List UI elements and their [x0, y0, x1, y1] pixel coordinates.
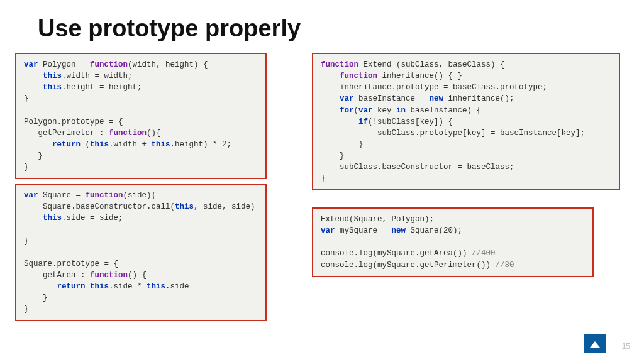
code-polygon: var Polygon = function(width, height) { … [24, 59, 258, 173]
svg-marker-0 [590, 341, 600, 348]
code-box-polygon: var Polygon = function(width, height) { … [15, 53, 267, 179]
slide-title: Use prototype properly [38, 15, 301, 42]
code-box-extend: function Extend (subClass, baseClass) { … [312, 53, 620, 190]
page-number: 15 [622, 342, 630, 351]
logo-icon [584, 334, 606, 353]
code-box-usage: Extend(Square, Polygon); var mySquare = … [312, 207, 594, 277]
code-square: var Square = function(side){ Square.base… [24, 190, 258, 315]
code-usage: Extend(Square, Polygon); var mySquare = … [321, 214, 585, 271]
slide: Use prototype properly var Polygon = fun… [0, 0, 644, 362]
code-extend: function Extend (subClass, baseClass) { … [321, 59, 611, 184]
code-box-square: var Square = function(side){ Square.base… [15, 184, 267, 321]
